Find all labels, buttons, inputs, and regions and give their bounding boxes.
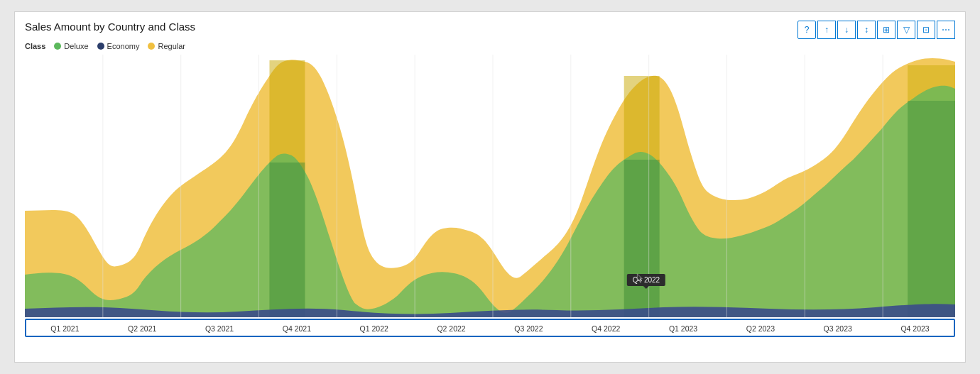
help-button[interactable]: ? <box>797 21 816 39</box>
legend-item-regular: Regular <box>148 42 185 50</box>
toolbar: ? ↑ ↓ ↕ ⊞ ▽ ⊡ ⋯ <box>797 21 955 39</box>
x-label-q3-2022: Q3 2022 <box>490 324 567 333</box>
x-label-q4-2021: Q4 2021 <box>258 324 335 333</box>
more-button[interactable]: ⋯ <box>937 21 955 39</box>
chart-svg <box>25 55 955 317</box>
x-label-q2-2022: Q2 2022 <box>413 324 490 333</box>
legend-item-deluxe: Deluxe <box>54 42 88 50</box>
x-axis: Q1 2021 Q2 2021 Q3 2021 Q4 2021 Q1 2022 … <box>25 319 955 337</box>
x-label-q1-2023: Q1 2023 <box>645 324 722 333</box>
economy-dot <box>97 43 104 50</box>
x-label-q3-2023: Q3 2023 <box>799 324 876 333</box>
sort-asc-button[interactable]: ↑ <box>817 21 836 39</box>
deluxe-label: Deluxe <box>64 42 88 50</box>
chart-area: Q4 2022 <box>25 55 955 317</box>
svg-rect-5 <box>908 101 955 317</box>
x-label-q2-2021: Q2 2021 <box>104 324 181 333</box>
regular-dot <box>148 43 155 50</box>
legend: Class Deluxe Economy Regular <box>25 42 955 50</box>
x-label-q4-2023: Q4 2023 <box>876 324 954 333</box>
expand-button[interactable]: ⊞ <box>877 21 895 39</box>
x-label-q1-2022: Q1 2022 <box>335 324 413 333</box>
legend-item-economy: Economy <box>97 42 140 50</box>
chart-header: Sales Amount by Country and Class ? ↑ ↓ … <box>25 21 955 39</box>
chart-container: Sales Amount by Country and Class ? ↑ ↓ … <box>14 11 966 363</box>
sort-toggle-button[interactable]: ↕ <box>857 21 876 39</box>
deluxe-dot <box>54 43 61 50</box>
svg-rect-4 <box>624 160 660 317</box>
filter-button[interactable]: ▽ <box>897 21 915 39</box>
x-label-q3-2021: Q3 2021 <box>181 324 258 333</box>
economy-label: Economy <box>107 42 140 50</box>
focus-button[interactable]: ⊡ <box>917 21 935 39</box>
x-label-q1-2021: Q1 2021 <box>26 324 104 333</box>
x-label-q4-2022: Q4 2022 <box>567 324 645 333</box>
legend-label: Class <box>25 42 45 50</box>
regular-label: Regular <box>158 42 185 50</box>
sort-desc-button[interactable]: ↓ <box>837 21 856 39</box>
chart-title: Sales Amount by Country and Class <box>25 21 195 33</box>
x-label-q2-2023: Q2 2023 <box>722 324 799 333</box>
svg-rect-3 <box>269 163 305 317</box>
